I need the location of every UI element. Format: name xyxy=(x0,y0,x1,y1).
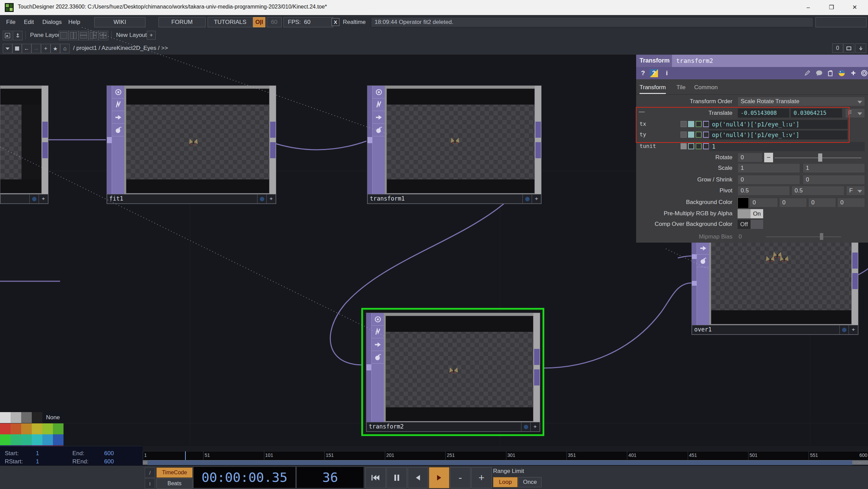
bgcolor-a-field[interactable]: 0 xyxy=(837,198,865,207)
help-icon[interactable]: ? xyxy=(639,69,647,77)
tab-transform[interactable]: Transform xyxy=(640,84,666,94)
rend-value[interactable]: 600 xyxy=(104,458,114,465)
node-comment-button[interactable]: ✦ xyxy=(849,325,858,334)
palette-swatch[interactable] xyxy=(32,423,42,434)
palette-swatch[interactable] xyxy=(0,412,11,423)
output-connector-2[interactable] xyxy=(270,142,276,158)
node-name[interactable]: transform2 xyxy=(367,422,521,431)
palette-swatch[interactable] xyxy=(53,423,64,434)
grow-x-field[interactable]: 0 xyxy=(738,175,800,185)
pivot-y-field[interactable]: 0.5 xyxy=(792,186,844,195)
pane-dropdown-icon[interactable] xyxy=(3,44,12,53)
scale-x-field[interactable]: 1 xyxy=(738,163,800,173)
end-value[interactable]: 600 xyxy=(104,450,114,457)
menu-file[interactable]: File xyxy=(5,18,17,27)
timeline-ruler[interactable]: 151101151201251301351401451501551600 xyxy=(143,451,868,460)
realtime-checkbox[interactable]: X xyxy=(332,18,339,26)
tunit-mode-constant[interactable] xyxy=(681,143,687,149)
collapse-pane-icon[interactable] xyxy=(855,43,866,53)
palette-none[interactable]: None xyxy=(42,412,64,423)
beats-mode-button[interactable]: Beats xyxy=(156,478,193,489)
node-comment-button[interactable]: ✦ xyxy=(532,194,541,203)
python-help-icon[interactable]: ? xyxy=(650,69,658,77)
output-connector-2[interactable] xyxy=(852,273,858,289)
menu-dialogs[interactable]: Dialogs xyxy=(41,18,63,27)
output-connector-1[interactable] xyxy=(42,122,48,138)
viewer-flag-icon[interactable] xyxy=(372,313,384,326)
output-connector-1[interactable] xyxy=(270,122,276,138)
minimize-button[interactable]: – xyxy=(800,0,816,15)
node-name[interactable]: fit1 xyxy=(107,194,257,203)
node-color-button[interactable] xyxy=(839,325,849,334)
grow-y-field[interactable]: 0 xyxy=(803,175,865,185)
stop-icon[interactable] xyxy=(12,44,22,53)
menu-help[interactable]: Help xyxy=(67,18,82,27)
pane-layout-three[interactable] xyxy=(88,31,98,40)
tab-tile[interactable]: Tile xyxy=(676,84,686,91)
python-icon[interactable] xyxy=(838,69,846,77)
input-connector-2[interactable] xyxy=(692,281,697,286)
tunit-mode-bind[interactable] xyxy=(703,143,709,149)
node-fit1[interactable]: fit1✦ xyxy=(107,85,276,204)
palette-swatch[interactable] xyxy=(32,412,42,423)
anchor-icon[interactable] xyxy=(13,31,23,40)
input-connector[interactable] xyxy=(367,137,372,143)
output-connector-1[interactable] xyxy=(534,349,540,365)
integer-mode-button[interactable]: I xyxy=(145,478,155,489)
pane-layout-single[interactable] xyxy=(59,31,69,40)
palette-swatch[interactable] xyxy=(11,412,21,423)
edit-comment-icon[interactable] xyxy=(803,69,811,77)
image-viewer-icon[interactable] xyxy=(3,31,12,40)
step-forward-frame-button[interactable]: + xyxy=(471,467,492,488)
node-partial[interactable]: ✦ xyxy=(0,85,48,204)
palette-swatch[interactable] xyxy=(11,434,21,445)
bgcolor-b-field[interactable]: 0 xyxy=(808,198,836,207)
pane-layout-quad[interactable] xyxy=(98,31,108,40)
close-button[interactable]: ✕ xyxy=(847,0,863,15)
add-bookmark-icon[interactable]: + xyxy=(41,44,51,53)
range-right-grip[interactable]: ... xyxy=(852,460,868,465)
lock-flag-icon[interactable] xyxy=(373,124,385,136)
timecode-mode-button[interactable]: TimeCode xyxy=(156,467,193,478)
bypass-flag-icon[interactable] xyxy=(372,326,384,338)
star-icon[interactable]: ★ xyxy=(51,44,60,53)
output-connector-1[interactable] xyxy=(535,122,541,138)
premult-toggle[interactable]: On xyxy=(751,209,763,218)
palette-swatch[interactable] xyxy=(21,423,32,434)
range-left-grip[interactable]: ... xyxy=(143,460,148,465)
forward-icon[interactable]: → xyxy=(31,44,41,53)
palette-swatch[interactable] xyxy=(0,423,11,434)
start-value[interactable]: 1 xyxy=(36,450,39,457)
step-back-frame-button[interactable]: - xyxy=(450,467,471,488)
forum-button[interactable]: FORUM xyxy=(158,17,206,27)
maximize-button[interactable]: ❒ xyxy=(824,0,839,15)
palette-swatch[interactable] xyxy=(42,434,53,445)
node-transform2[interactable]: transform2✦ xyxy=(366,313,540,432)
menu-edit[interactable]: Edit xyxy=(23,18,35,27)
play-button[interactable] xyxy=(429,467,449,488)
node-color-button[interactable] xyxy=(521,422,530,431)
rotate-slider-reset[interactable]: – xyxy=(764,153,773,162)
input-connector[interactable] xyxy=(366,364,371,370)
input-connector-1[interactable] xyxy=(692,254,697,259)
pivot-x-field[interactable]: 0.5 xyxy=(738,186,790,195)
node-color-button[interactable] xyxy=(522,194,532,203)
back-icon[interactable]: ← xyxy=(22,44,31,53)
output-connector-1[interactable] xyxy=(852,253,858,269)
bypass-flag-icon[interactable] xyxy=(112,98,124,111)
pane-layout-vsplit[interactable] xyxy=(69,31,79,40)
frame-display[interactable]: 36 xyxy=(296,466,364,488)
pane-layout-hsplit[interactable] xyxy=(79,31,88,40)
transform-order-dropdown[interactable]: Scale Rotate Translate xyxy=(738,97,865,106)
viewer-flag-icon[interactable] xyxy=(112,86,124,98)
node-comment-button[interactable]: ✦ xyxy=(530,422,540,431)
export-flag-icon[interactable] xyxy=(373,111,385,124)
lock-flag-icon[interactable] xyxy=(697,255,709,267)
operator-name-field[interactable]: transform2 xyxy=(672,55,868,67)
palette-swatch[interactable] xyxy=(0,434,11,445)
output-connector-2[interactable] xyxy=(42,142,48,158)
output-connector-2[interactable] xyxy=(535,142,541,158)
bgcolor-g-field[interactable]: 0 xyxy=(779,198,807,207)
home-icon[interactable]: ⌂ xyxy=(60,44,70,53)
skip-to-start-button[interactable] xyxy=(365,467,386,488)
